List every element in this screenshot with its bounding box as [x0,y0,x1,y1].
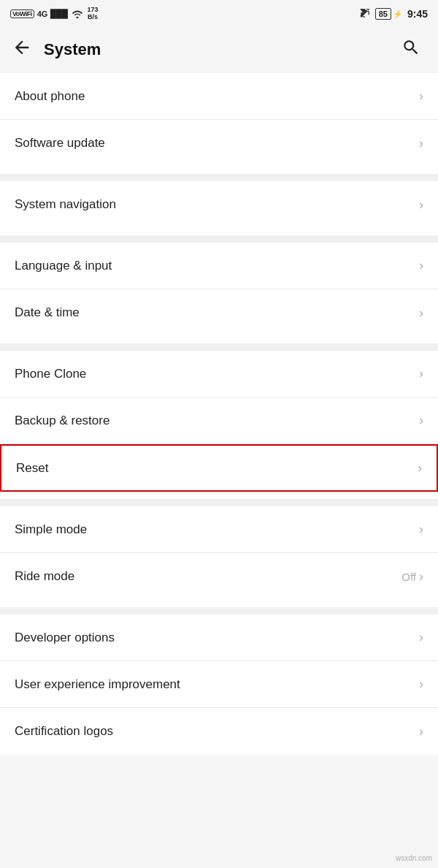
ride-mode-status: Off [402,571,416,583]
simple-mode-label: Simple mode [15,522,87,537]
menu-group-5: Simple mode › Ride mode Off › [0,506,438,600]
reset-label: Reset [16,461,48,476]
group-separator [0,607,438,614]
clock: 9:45 [407,8,428,20]
sidebar-item-system-navigation[interactable]: System navigation › [0,181,438,228]
sidebar-item-simple-mode[interactable]: Simple mode › [0,506,438,553]
group-separator [0,174,438,181]
language-input-label: Language & input [15,259,112,273]
backup-restore-label: Backup & restore [15,414,110,428]
chevron-right-icon: › [419,630,423,645]
sidebar-item-developer-options[interactable]: Developer options › [0,614,438,661]
charging-icon: ⚡ [393,9,403,19]
chevron-right-icon: › [419,136,423,151]
data-speed: 173 B/s [87,7,98,21]
battery-level: 85 [375,8,391,20]
group-separator [0,343,438,351]
certification-logos-label: Certification logos [15,724,113,739]
menu-group-6: Developer options › User experience impr… [0,614,438,755]
search-button[interactable] [396,32,426,67]
chevron-right-icon: › [419,258,423,273]
date-time-label: Date & time [15,305,80,320]
wifi-icon [71,8,84,20]
chevron-right-icon: › [419,366,423,381]
sidebar-item-user-experience[interactable]: User experience improvement › [0,661,438,708]
software-update-label: Software update [15,136,105,151]
menu-list: About phone › Software update › System n… [0,73,438,755]
group-separator [0,499,438,506]
sidebar-item-about-phone[interactable]: About phone › [0,73,438,120]
sidebar-item-backup-restore[interactable]: Backup & restore › [0,397,438,444]
user-experience-label: User experience improvement [15,677,180,692]
sidebar-item-language-input[interactable]: Language & input › [0,243,438,289]
menu-group-3: Language & input › Date & time › [0,243,438,336]
sidebar-item-date-time[interactable]: Date & time › [0,289,438,336]
chevron-right-icon: › [419,413,423,428]
back-button[interactable] [12,31,41,68]
menu-group-1: About phone › Software update › [0,73,438,167]
chevron-right-icon: › [419,522,423,537]
group-separator [0,235,438,243]
chevron-right-icon: › [419,197,423,213]
chevron-right-icon: › [419,724,423,739]
page-header: System [0,26,438,73]
mute-icon [359,7,371,21]
signal-bars: ▉▉▉ [50,9,68,19]
status-left: VoWiFi 4G ▉▉▉ 173 B/s [10,7,98,21]
page-title: System [44,40,396,59]
battery-indicator: 85 ⚡ [375,8,403,20]
ride-mode-label: Ride mode [15,569,74,584]
sidebar-item-phone-clone[interactable]: Phone Clone › [0,351,438,397]
chevron-right-icon: › [419,88,423,104]
phone-clone-label: Phone Clone [15,367,86,381]
sidebar-item-certification-logos[interactable]: Certification logos › [0,708,438,755]
status-right: 85 ⚡ 9:45 [359,7,428,21]
network-type: 4G [37,9,48,18]
system-navigation-label: System navigation [15,197,116,212]
sidebar-item-software-update[interactable]: Software update › [0,120,438,167]
chevron-right-icon: › [419,677,423,692]
vowifi-indicator: VoWiFi [10,9,34,18]
chevron-right-icon: › [419,305,423,321]
status-bar: VoWiFi 4G ▉▉▉ 173 B/s 85 ⚡ 9:45 [0,0,438,26]
about-phone-label: About phone [15,89,85,104]
menu-group-4: Phone Clone › Backup & restore › Reset › [0,351,438,492]
chevron-right-icon: › [419,569,423,585]
menu-group-2: System navigation › [0,181,438,228]
sidebar-item-ride-mode[interactable]: Ride mode Off › [0,553,438,600]
watermark: wsxdn.com [396,854,432,862]
chevron-right-icon: › [418,460,422,476]
sidebar-item-reset[interactable]: Reset › [0,444,438,492]
developer-options-label: Developer options [15,631,115,645]
